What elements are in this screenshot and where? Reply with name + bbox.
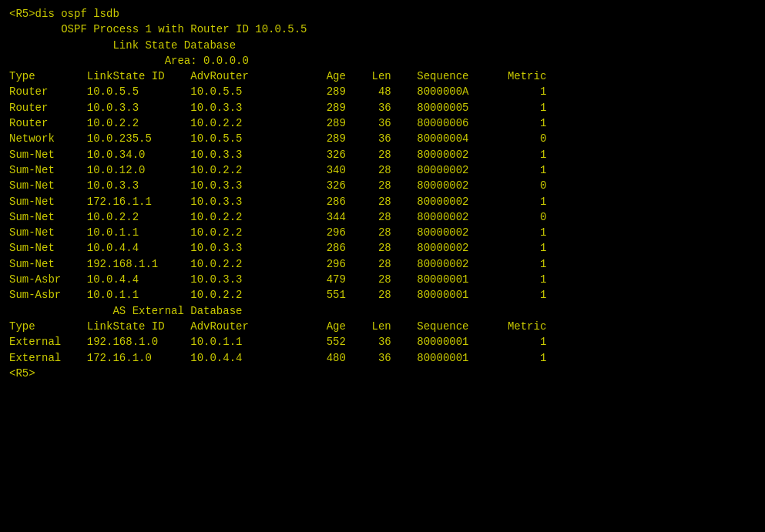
terminal-line: <R5>dis ospf lsdb [9, 6, 756, 22]
terminal-line: Router 10.0.5.5 10.0.5.5 289 48 8000000A… [9, 84, 756, 99]
terminal-line: Link State Database [9, 38, 756, 53]
terminal-line: <R5> [9, 366, 756, 381]
terminal-line: OSPF Process 1 with Router ID 10.0.5.5 [9, 22, 756, 37]
terminal-line: Network 10.0.235.5 10.0.5.5 289 36 80000… [9, 131, 756, 146]
terminal-line: Area: 0.0.0.0 [9, 53, 756, 69]
terminal-line: Sum-Net 192.168.1.1 10.0.2.2 296 28 8000… [9, 256, 756, 272]
terminal-window: <R5>dis ospf lsdb OSPF Process 1 with Ro… [0, 0, 765, 532]
terminal-line: Sum-Net 10.0.12.0 10.0.2.2 340 28 800000… [9, 162, 756, 178]
terminal-line: Sum-Net 10.0.2.2 10.0.2.2 344 28 8000000… [9, 209, 756, 225]
terminal-line: External 172.16.1.0 10.0.4.4 480 36 8000… [9, 350, 756, 366]
terminal-line: Sum-Asbr 10.0.4.4 10.0.3.3 479 28 800000… [9, 272, 756, 287]
terminal-line: Sum-Net 10.0.1.1 10.0.2.2 296 28 8000000… [9, 225, 756, 240]
terminal-line: Type LinkState ID AdvRouter Age Len Sequ… [9, 69, 756, 84]
terminal-line: Sum-Asbr 10.0.1.1 10.0.2.2 551 28 800000… [9, 287, 756, 303]
terminal-line: Sum-Net 172.16.1.1 10.0.3.3 286 28 80000… [9, 194, 756, 209]
terminal-line: Sum-Net 10.0.3.3 10.0.3.3 326 28 8000000… [9, 178, 756, 193]
terminal-line: External 192.168.1.0 10.0.1.1 552 36 800… [9, 334, 756, 350]
terminal-line: Router 10.0.3.3 10.0.3.3 289 36 80000005… [9, 100, 756, 115]
terminal-line: Type LinkState ID AdvRouter Age Len Sequ… [9, 319, 756, 334]
terminal-line: Sum-Net 10.0.34.0 10.0.3.3 326 28 800000… [9, 147, 756, 162]
terminal-line: Sum-Net 10.0.4.4 10.0.3.3 286 28 8000000… [9, 240, 756, 256]
terminal-line: AS External Database [9, 303, 756, 319]
terminal-line: Router 10.0.2.2 10.0.2.2 289 36 80000006… [9, 115, 756, 131]
